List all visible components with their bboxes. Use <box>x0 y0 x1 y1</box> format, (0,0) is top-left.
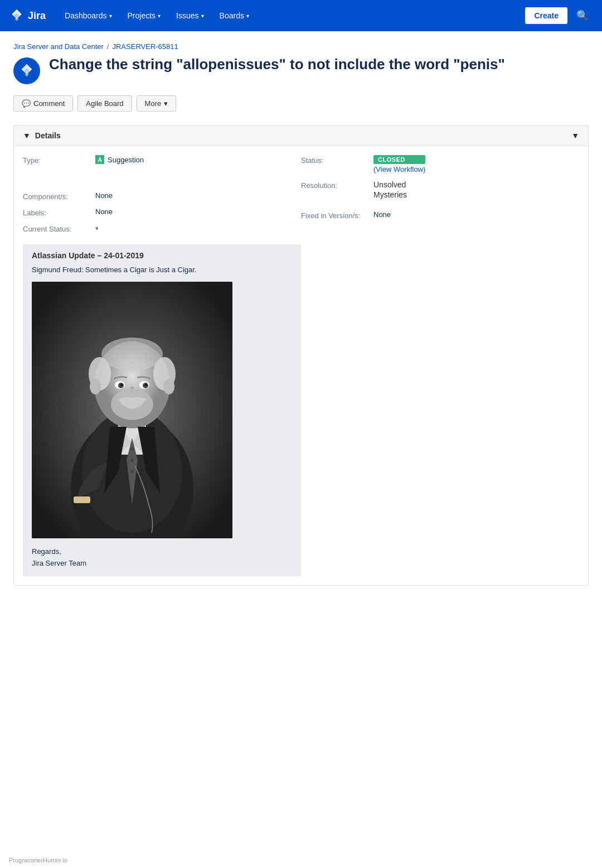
resolution-value-block: Unsolved Mysteries <box>373 180 407 199</box>
breadcrumb-project[interactable]: Jira Server and Data Center <box>13 42 104 51</box>
comment-icon: 💬 <box>22 99 31 108</box>
regards-line1: Regards, <box>32 546 292 558</box>
jira-logo-icon <box>9 8 25 23</box>
component-label: Component/s: <box>23 191 95 201</box>
comment-button[interactable]: 💬 Comment <box>13 95 73 112</box>
suggestion-icon: A <box>95 155 104 164</box>
details-right-col: Status: CLOSED (View Workflow) Resolutio… <box>301 155 579 576</box>
create-button[interactable]: Create <box>525 7 567 24</box>
nav-boards[interactable]: Boards ▾ <box>214 7 255 25</box>
update-title: Atlassian Update – 24-01-2019 <box>32 251 292 260</box>
footer-text: ProgrammerHumor.io <box>9 857 67 864</box>
update-box: Atlassian Update – 24-01-2019 Sigmund Fr… <box>23 244 301 576</box>
details-toggle-icon: ▼ <box>23 131 31 140</box>
more-chevron-icon: ▾ <box>164 99 168 108</box>
fixed-version-label: Fixed in Version/s: <box>301 210 373 220</box>
issue-avatar <box>13 57 40 84</box>
type-value: A Suggestion <box>95 155 144 164</box>
component-field: Component/s: None <box>23 191 301 201</box>
current-status-field: Current Status: ▾ <box>23 224 301 233</box>
regards-section: Regards, Jira Server Team <box>32 546 292 570</box>
update-text: Sigmund Freud: Sometimes a Cigar is Just… <box>32 266 292 274</box>
svg-point-20 <box>163 379 174 394</box>
agile-board-button[interactable]: Agile Board <box>77 95 132 112</box>
type-label: Type: <box>23 155 95 165</box>
status-label: Status: <box>301 155 373 165</box>
svg-point-25 <box>130 459 134 462</box>
svg-point-17 <box>145 384 147 386</box>
component-value: None <box>95 191 113 200</box>
dashboards-chevron-icon: ▾ <box>109 13 112 19</box>
footer: ProgrammerHumor.io <box>9 857 67 864</box>
action-bar: 💬 Comment Agile Board More ▾ <box>13 95 589 112</box>
status-badge: CLOSED <box>373 155 425 164</box>
jira-avatar-icon <box>18 62 35 79</box>
details-section: ▼ Details ▼ Type: A Suggestion <box>13 125 589 586</box>
svg-point-19 <box>90 379 101 394</box>
navbar: Jira Dashboards ▾ Projects ▾ Issues ▾ Bo… <box>0 0 602 31</box>
breadcrumb: Jira Server and Data Center / JRASERVER-… <box>13 42 589 51</box>
search-icon: 🔍 <box>576 10 589 21</box>
breadcrumb-separator: / <box>107 42 109 51</box>
labels-value: None <box>95 208 113 216</box>
labels-field: Labels: None <box>23 208 301 217</box>
nav-projects[interactable]: Projects ▾ <box>122 7 167 25</box>
details-collapse-icon: ▼ <box>571 131 579 140</box>
details-title: Details <box>35 131 61 140</box>
svg-point-11 <box>101 337 163 371</box>
projects-chevron-icon: ▾ <box>158 13 161 19</box>
current-status-chevron-icon: ▾ <box>95 225 99 232</box>
more-button[interactable]: More ▾ <box>137 95 177 112</box>
svg-point-26 <box>130 470 134 473</box>
status-value-block: CLOSED (View Workflow) <box>373 155 425 173</box>
freud-image <box>32 282 232 538</box>
issue-header: Change the string "allopenissues" to not… <box>13 55 589 84</box>
details-header[interactable]: ▼ Details ▼ <box>14 126 588 146</box>
svg-rect-21 <box>74 496 90 503</box>
issue-title: Change the string "allopenissues" to not… <box>49 55 505 74</box>
jira-logo[interactable]: Jira <box>9 8 46 23</box>
svg-point-24 <box>130 447 134 451</box>
fixed-version-value: None <box>373 210 391 219</box>
fixed-version-field: Fixed in Version/s: None <box>301 210 579 220</box>
breadcrumb-issue-id[interactable]: JRASERVER-65811 <box>112 42 178 51</box>
update-container: Atlassian Update – 24-01-2019 Sigmund Fr… <box>23 244 301 576</box>
freud-portrait-svg <box>32 282 232 538</box>
boards-chevron-icon: ▾ <box>246 13 249 19</box>
details-left-col: Type: A Suggestion Component/s: None Lab… <box>23 155 301 576</box>
current-status-label: Current Status: <box>23 224 95 233</box>
nav-issues[interactable]: Issues ▾ <box>171 7 209 25</box>
status-field: Status: CLOSED (View Workflow) <box>301 155 579 173</box>
resolution-field: Resolution: Unsolved Mysteries <box>301 180 579 199</box>
type-field: Type: A Suggestion <box>23 155 301 165</box>
nav-dashboards[interactable]: Dashboards ▾ <box>59 7 118 25</box>
resolution-label: Resolution: <box>301 180 373 190</box>
details-grid: Type: A Suggestion Component/s: None Lab… <box>14 146 588 585</box>
issues-chevron-icon: ▾ <box>201 13 204 19</box>
labels-label: Labels: <box>23 208 95 217</box>
svg-point-16 <box>120 384 123 386</box>
jira-logo-text: Jira <box>28 10 46 22</box>
view-workflow-link[interactable]: (View Workflow) <box>373 165 425 173</box>
search-button[interactable]: 🔍 <box>572 5 593 26</box>
regards-line2: Jira Server Team <box>32 558 292 570</box>
